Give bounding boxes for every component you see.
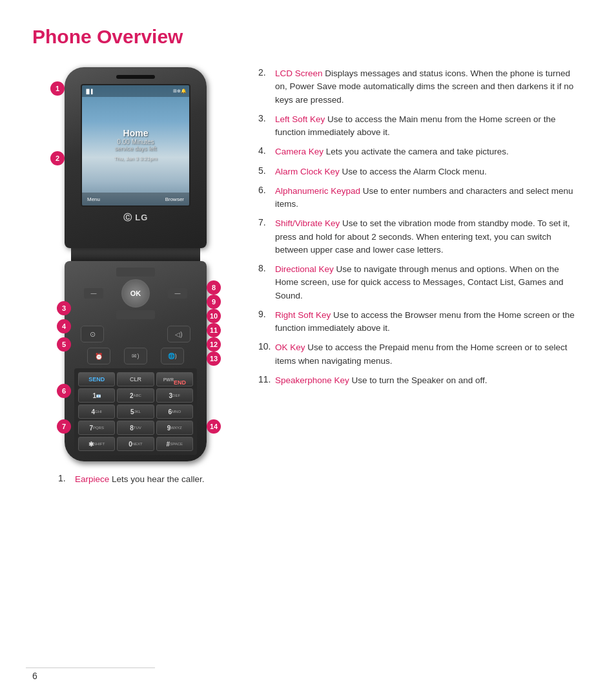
desc-number-3: 3. (258, 113, 271, 140)
badge-5: 5 (57, 337, 71, 352)
desc-number-9: 9. (258, 309, 271, 335)
badge-9: 9 (207, 295, 221, 309)
signal-icon: ▐▌▌ (85, 89, 94, 94)
badge-4: 4 (57, 319, 71, 333)
screen-bottom-bar: Menu Browser (82, 193, 189, 205)
desc-key-camera: Camera Key (275, 147, 323, 156)
badge-1: 1 (50, 81, 65, 96)
nav-top (116, 268, 155, 277)
speakerphone-button[interactable]: ◁) (167, 326, 190, 342)
earpiece-number: 1. (58, 473, 71, 486)
desc-key-ok: OK Key (275, 342, 305, 352)
browse-button[interactable]: 🌐) (161, 348, 184, 364)
ok-button[interactable]: OK (121, 279, 150, 308)
key-5[interactable]: 5JKL (117, 405, 154, 419)
desc-number-4: 4. (258, 145, 271, 158)
battery-icon: ⊞⊕🔔 (173, 89, 187, 94)
desc-item-10: 10. OK Key Use to access the Prepaid men… (258, 341, 584, 368)
badge-13: 13 (207, 352, 221, 366)
key-2[interactable]: 2ABC (117, 388, 154, 403)
key-7[interactable]: 7PQRS (78, 421, 115, 435)
desc-text-6: Alphanumeric Keypad Use to enter numbers… (275, 185, 584, 211)
num-row-1: 1📧 2ABC 3DEF (78, 388, 193, 403)
key-hash[interactable]: #SPACE (156, 437, 193, 451)
key-9[interactable]: 9WXYZ (156, 421, 193, 435)
screen-status-bar: ▐▌▌ ⊞⊕🔔 (82, 85, 189, 97)
nav-bottom (116, 310, 155, 319)
desc-key-keypad: Alphanumeric Keypad (275, 186, 360, 196)
phone-illustration: 1 2 3 4 5 6 7 8 9 10 11 12 13 14 (32, 67, 239, 486)
desc-item-5: 5. Alarm Clock Key Use to access the Ala… (258, 165, 584, 178)
desc-number-5: 5. (258, 165, 271, 178)
page-number: 6 (32, 671, 37, 681)
key-star[interactable]: ✱SHIFT (78, 437, 115, 451)
num-row-3: 7PQRS 8TUV 9WXYZ (78, 421, 193, 435)
desc-item-6: 6. Alphanumeric Keypad Use to enter numb… (258, 185, 584, 211)
browser-label: Browser (165, 196, 184, 202)
key-1[interactable]: 1📧 (78, 388, 115, 403)
earpiece-key-label: Earpiece (75, 474, 109, 484)
screen-service-text: service days left (115, 145, 157, 152)
desc-text-11: Speakerphone Key Use to turn the Speaker… (275, 374, 487, 387)
send-key[interactable]: SEND (78, 372, 115, 386)
screen-home-text: Home (123, 128, 149, 138)
descriptions-column: 2. LCD Screen Displays messages and stat… (258, 67, 584, 486)
desc-number-7: 7. (258, 217, 271, 257)
clr-key[interactable]: CLR (117, 372, 154, 386)
desc-key-alarm: Alarm Clock Key (275, 167, 340, 176)
desc-text-2: LCD Screen Displays messages and status … (275, 67, 584, 107)
badge-7: 7 (57, 419, 71, 434)
desc-number-10: 10. (258, 341, 271, 368)
desc-number-11: 11. (258, 374, 271, 387)
desc-item-8: 8. Directional Key Use to navigate throu… (258, 263, 584, 302)
msg-button[interactable]: ✉) (124, 348, 147, 364)
page-divider (26, 668, 155, 668)
desc-key-directional: Directional Key (275, 264, 334, 274)
desc-item-11: 11. Speakerphone Key Use to turn the Spe… (258, 374, 584, 387)
keypad: SEND CLR PWREND 1📧 2ABC 3DEF 4GHI 5JKL (74, 368, 197, 455)
camera-button[interactable]: ⊙ (81, 326, 104, 342)
badge-2: 2 (50, 151, 65, 165)
desc-item-7: 7. Shift/Vibrate Key Use to set the vibr… (258, 217, 584, 257)
alarm-button[interactable]: ⏰ (87, 348, 110, 364)
page-container: Phone Overview 1 2 3 4 5 6 7 8 9 10 11 1… (0, 0, 616, 512)
key-4[interactable]: 4GHI (78, 405, 115, 419)
badge-14: 14 (207, 419, 221, 434)
desc-key-speaker: Speakerphone Key (275, 375, 349, 385)
desc-text-10: OK Key Use to access the Prepaid menu fr… (275, 341, 584, 368)
end-key[interactable]: PWREND (156, 372, 193, 386)
key-6[interactable]: 6MNO (156, 405, 193, 419)
key-0[interactable]: 0NEXT (117, 437, 154, 451)
alarm-row: ⏰ ✉) 🌐) (81, 346, 190, 366)
phone-screen: ▐▌▌ ⊞⊕🔔 Home 0.00 Minutes service days l… (81, 84, 190, 207)
desc-key-lcd: LCD Screen (275, 68, 323, 78)
nav-left: — (84, 288, 103, 299)
content-area: 1 2 3 4 5 6 7 8 9 10 11 12 13 14 (32, 67, 584, 486)
badge-11: 11 (207, 323, 221, 337)
desc-text-3: Left Soft Key Use to access the Main men… (275, 113, 584, 140)
lg-logo: Ⓒ LG (123, 212, 149, 224)
earpiece-text: Earpiece Lets you hear the caller. (75, 473, 204, 486)
badge-3: 3 (57, 301, 71, 315)
desc-number-2: 2. (258, 67, 271, 107)
desc-number-8: 8. (258, 263, 271, 302)
badge-6: 6 (57, 384, 71, 398)
key-8[interactable]: 8TUV (117, 421, 154, 435)
earpiece-section: 1. Earpiece Lets you hear the caller. (45, 473, 226, 486)
desc-text-5: Alarm Clock Key Use to access the Alarm … (275, 165, 487, 178)
screen-date-text: Thu, Jan 3 3:21pm (114, 156, 158, 162)
desc-text-8: Directional Key Use to navigate through … (275, 263, 584, 302)
phone-top-half: ▐▌▌ ⊞⊕🔔 Home 0.00 Minutes service days l… (65, 67, 207, 248)
badge-12: 12 (207, 337, 221, 352)
num-row-4: ✱SHIFT 0NEXT #SPACE (78, 437, 193, 451)
key-3[interactable]: 3DEF (156, 388, 193, 403)
page-title: Phone Overview (32, 26, 584, 48)
menu-label: Menu (87, 196, 100, 202)
desc-key-left-soft: Left Soft Key (275, 114, 325, 124)
desc-item-3: 3. Left Soft Key Use to access the Main … (258, 113, 584, 140)
phone-hinge (71, 248, 200, 261)
desc-text-9: Right Soft Key Use to access the Browser… (275, 309, 584, 335)
desc-key-right-soft: Right Soft Key (275, 310, 331, 320)
badge-10: 10 (207, 309, 221, 323)
nav-right: — (168, 288, 187, 299)
